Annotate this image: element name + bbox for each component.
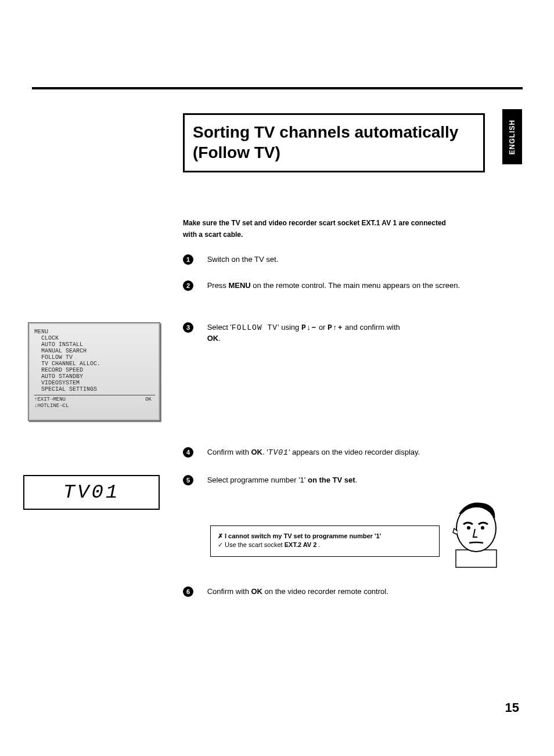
menu-item: CLOCK <box>34 335 155 341</box>
s3-mid: ' using <box>278 323 301 332</box>
intro-prefix: Make sure the TV set and video recorder … <box>183 219 361 227</box>
menu-item: AUTO STANDBY <box>34 373 155 380</box>
menu-header: MENU <box>34 329 155 335</box>
menu-button-label: MENU <box>228 281 250 290</box>
s5-post: . <box>355 476 358 484</box>
step-bullet-6: 6 <box>183 586 193 597</box>
footer-hotline: ↓HOTLINE→CL <box>34 403 69 409</box>
ext2-label: EXT.2 AV 2 <box>285 541 317 548</box>
menu-item: AUTO INSTALL <box>34 341 155 348</box>
step-1: 1 Switch on the TV set. <box>183 254 508 265</box>
step-4-text: Confirm with OK. 'TV01' appears on the v… <box>207 447 498 458</box>
s6-post: on the video recorder remote control. <box>262 587 388 596</box>
s5-pre: Select programme number '1' <box>207 476 308 484</box>
step-3: 3 Select 'FOLLOW TV' using P↓− or P↑+ an… <box>183 322 508 344</box>
menu-item: VIDEOSYSTEM <box>34 380 155 386</box>
footer-exit: ↑EXIT→MENU <box>34 397 69 403</box>
s3-post: and confirm with <box>343 323 400 332</box>
follow-tv-label: FOLLOW TV <box>232 323 278 332</box>
intro-scart: with a scart cable <box>183 231 241 239</box>
step-6: 6 Confirm with OK on the video recorder … <box>183 586 508 597</box>
check-icon: ✓ <box>218 541 225 549</box>
tv01-inline: TV01 <box>268 448 289 457</box>
answer-pre: Use the scart socket <box>225 541 285 548</box>
menu-item: RECORD SPEED <box>34 367 155 373</box>
problem-answer: ✓Use the scart socket EXT.2 AV 2 . <box>218 541 433 549</box>
ext1-label: EXT.1 AV 1 <box>361 219 397 227</box>
step-5-text: Select programme number '1' on the TV se… <box>207 475 498 485</box>
menu-item: TV CHANNEL ALLOC. <box>34 361 155 367</box>
section-title-box: Sorting TV channels automatically (Follo… <box>183 113 485 172</box>
step-bullet-3: 3 <box>183 322 193 333</box>
answer-post: . <box>316 541 320 548</box>
intro-connected: are connected <box>399 219 446 227</box>
step-bullet-5: 5 <box>183 475 193 485</box>
problem-q-text: I cannot switch my TV set to programme n… <box>225 532 381 539</box>
ok-label-4: OK <box>251 448 262 456</box>
s3-or: or <box>316 323 328 332</box>
page-number: 15 <box>505 700 519 715</box>
step-bullet-2: 2 <box>183 280 193 291</box>
step-5: 5 Select programme number '1' on the TV … <box>183 475 508 485</box>
s3-pre: Select ' <box>207 323 232 332</box>
ok-label-6: OK <box>251 587 262 596</box>
p-up-label: P↑+ <box>328 323 343 332</box>
svg-point-3 <box>481 526 484 530</box>
s2-pre: Press <box>207 281 229 290</box>
step-2: 2 Press MENU on the remote control. The … <box>183 280 508 291</box>
vcr-display-illustration: TV01 <box>23 475 160 510</box>
menu-divider <box>34 395 155 395</box>
problem-question: ✗I cannot switch my TV set to programme … <box>218 532 433 541</box>
x-icon: ✗ <box>218 532 225 541</box>
menu-item: MANUAL SEARCH <box>34 348 155 354</box>
step-4: 4 Confirm with OK. 'TV01' appears on the… <box>183 447 508 458</box>
s2-post: on the remote control. The main menu app… <box>251 281 460 290</box>
step-2-text: Press MENU on the remote control. The ma… <box>207 280 498 291</box>
section-title: Sorting TV channels automatically (Follo… <box>193 122 475 163</box>
step-6-text: Confirm with OK on the video recorder re… <box>207 586 498 597</box>
intro-paragraph: Make sure the TV set and video recorder … <box>183 217 508 240</box>
horizontal-rule <box>32 87 523 89</box>
s4-pre: Confirm with <box>207 448 251 456</box>
ok-label: OK <box>207 334 219 343</box>
menu-item: SPECIAL SETTINGS <box>34 386 155 393</box>
step-bullet-1: 1 <box>183 254 193 265</box>
s3-period: . <box>218 334 221 343</box>
step-3-text: Select 'FOLLOW TV' using P↓− or P↑+ and … <box>207 322 498 344</box>
menu-footer-left: ↑EXIT→MENU ↓HOTLINE→CL <box>34 397 69 409</box>
intro-text: Make sure the TV set and video recorder … <box>183 219 446 239</box>
intro-period: . <box>241 231 243 239</box>
menu-item: FOLLOW TV <box>34 354 155 361</box>
face-illustration <box>441 496 506 569</box>
troubleshoot-box: ✗I cannot switch my TV set to programme … <box>210 525 440 557</box>
s4-post: . ' <box>262 448 268 456</box>
step-1-text: Switch on the TV set. <box>207 254 498 265</box>
s4-end: ' appears on the video recorder display. <box>289 448 420 456</box>
language-tab: ENGLISH <box>502 109 522 164</box>
step-bullet-4: 4 <box>183 447 193 458</box>
svg-point-2 <box>467 526 470 530</box>
language-label: ENGLISH <box>508 119 516 154</box>
menu-footer-ok: OK <box>145 397 152 409</box>
on-tv-set-label: on the TV set <box>308 476 355 484</box>
vcr-display-text: TV01 <box>63 481 120 503</box>
menu-footer: ↑EXIT→MENU ↓HOTLINE→CL OK <box>34 397 155 409</box>
p-down-label: P↓− <box>301 323 316 332</box>
osd-menu-illustration: MENU CLOCK AUTO INSTALL MANUAL SEARCH FO… <box>28 322 160 421</box>
svg-rect-0 <box>456 550 497 567</box>
s6-pre: Confirm with <box>207 587 251 596</box>
